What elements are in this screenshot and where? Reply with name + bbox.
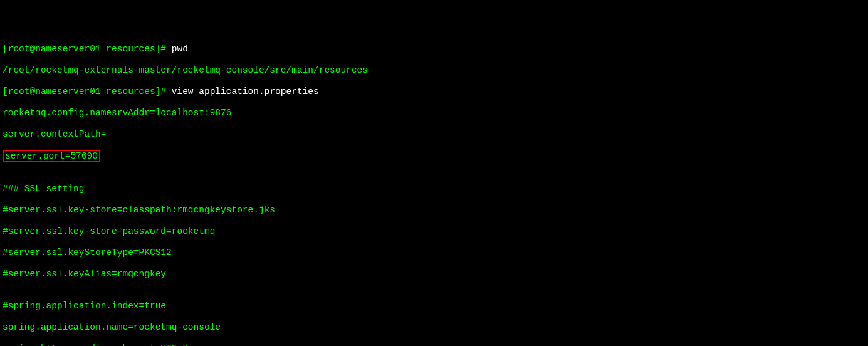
terminal-output: rocketmq.config.namesrvAddr=localhost:98… <box>3 108 865 118</box>
command: pwd <box>172 44 188 54</box>
terminal-output: #server.ssl.keyAlias=rmqcngkey <box>3 269 865 280</box>
terminal-output: #spring.application.index=true <box>3 301 865 312</box>
prompt: [root@nameserver01 resources]# <box>3 86 172 97</box>
terminal-output: /root/rocketmq-externals-master/rocketmq… <box>3 65 865 76</box>
command: view application.properties <box>172 86 319 97</box>
terminal-output: server.contextPath= <box>3 129 865 140</box>
terminal-line: [root@nameserver01 resources]# view appl… <box>3 86 865 97</box>
terminal-output: #server.ssl.keyStoreType=PKCS12 <box>3 248 865 258</box>
prompt: [root@nameserver01 resources]# <box>3 44 172 54</box>
highlighted-line-1: server.port=57690 <box>3 150 865 162</box>
terminal-output: ### SSL setting <box>3 184 865 194</box>
terminal-output: #server.ssl.key-store=classpath:rmqcngke… <box>3 205 865 216</box>
terminal-output: spring.http.encoding.charset=UTF-8 <box>3 343 865 346</box>
terminal-line: [root@nameserver01 resources]# pwd <box>3 44 865 55</box>
terminal-output: #server.ssl.key-store-password=rocketmq <box>3 226 865 237</box>
terminal-output: spring.application.name=rocketmq-console <box>3 322 865 333</box>
server-port-config: server.port=57690 <box>5 151 98 161</box>
